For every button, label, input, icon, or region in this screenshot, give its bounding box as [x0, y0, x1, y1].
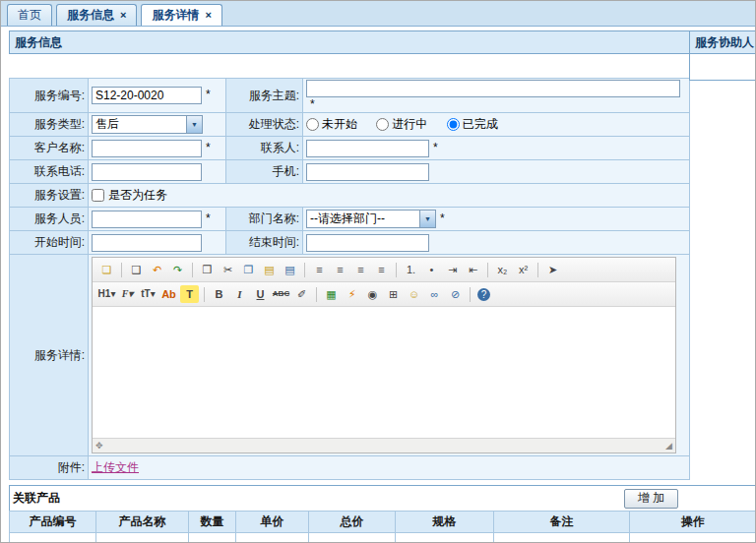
product-cell: [396, 533, 494, 543]
attachment-label: 附件:: [10, 456, 89, 480]
table-button[interactable]: ⊞: [384, 285, 403, 303]
is-task-checkbox-input[interactable]: [92, 189, 104, 202]
status-radio-completed[interactable]: [447, 118, 460, 131]
indent-icon[interactable]: ⇥: [443, 261, 462, 278]
italic-button[interactable]: I: [230, 285, 249, 303]
toolbar-separator: [537, 263, 538, 277]
products-title: 关联产品: [13, 490, 60, 507]
spacer: [9, 54, 690, 78]
fontsize-dropdown[interactable]: tT▾: [139, 285, 158, 303]
bullet-list-icon[interactable]: •: [422, 261, 441, 278]
customer-input[interactable]: [92, 140, 202, 157]
status-radio-not-started[interactable]: [306, 118, 319, 131]
mobile-input[interactable]: [306, 163, 429, 181]
text-color-button[interactable]: Ab: [159, 285, 178, 303]
service-type-label: 服务类型:: [10, 113, 89, 137]
flash-button[interactable]: ⚡: [343, 285, 361, 303]
image-button[interactable]: ▦: [322, 285, 341, 303]
subscript-icon[interactable]: x₂: [493, 261, 512, 278]
close-icon[interactable]: ×: [205, 10, 211, 21]
numbered-list-icon[interactable]: 1.: [402, 261, 420, 278]
end-time-label: 结束时间:: [226, 231, 303, 255]
subject-field: *: [303, 79, 690, 113]
products-table: 产品编号产品名称数量单价总价规格备注操作: [9, 511, 756, 543]
status-option-completed[interactable]: 已完成: [447, 117, 498, 131]
row-times: 开始时间: 结束时间:: [10, 231, 690, 255]
toolbar-separator: [470, 287, 471, 302]
media-button[interactable]: ◉: [363, 285, 382, 303]
status-option-label: 进行中: [392, 117, 427, 131]
align-center-icon[interactable]: ≡: [331, 261, 349, 278]
assistant-input[interactable]: [689, 54, 756, 81]
chevron-down-icon: ▼: [419, 211, 435, 227]
status-option-not-started[interactable]: 未开始: [306, 117, 357, 131]
department-select[interactable]: --请选择部门-- ▼: [306, 210, 436, 228]
bold-button[interactable]: B: [210, 285, 228, 303]
upload-file-link[interactable]: 上传文件: [92, 460, 139, 474]
customer-label: 客户名称:: [10, 137, 89, 160]
start-time-field: [89, 231, 226, 255]
page: 首页 服务信息 × 服务详情 × 服务信息 服务协助人 服务编号:: [0, 0, 756, 543]
contact-input[interactable]: [306, 140, 429, 157]
remove-format-button[interactable]: ✐: [292, 285, 311, 303]
editor-resize-handle[interactable]: ◢: [665, 442, 672, 451]
align-justify-icon[interactable]: ≡: [372, 261, 391, 278]
tab-service-info[interactable]: 服务信息 ×: [56, 4, 137, 26]
is-task-checkbox[interactable]: 是否为任务: [92, 188, 167, 202]
paste-word-icon[interactable]: ▤: [281, 261, 299, 278]
undo-icon[interactable]: ↶: [148, 261, 166, 278]
editor-content[interactable]: [93, 307, 675, 438]
paste-icon[interactable]: ▤: [260, 261, 279, 278]
print-icon[interactable]: ❒: [198, 261, 217, 278]
required-marker: *: [206, 141, 211, 154]
details-field: ❏❑↶↷❒✂❐▤▤≡≡≡≡1.•⇥⇤x₂x²➤ H1▾F▾tT▾AbTBIUAB…: [89, 255, 690, 456]
align-left-icon[interactable]: ≡: [310, 261, 329, 278]
products-header: 关联产品 增 加: [9, 485, 756, 511]
add-product-button[interactable]: 增 加: [624, 489, 678, 509]
service-type-select[interactable]: 售后 ▼: [92, 115, 203, 134]
outdent-icon[interactable]: ⇤: [464, 261, 482, 278]
row-phone-mobile: 联系电话: 手机:: [10, 160, 690, 184]
superscript-icon[interactable]: x²: [514, 261, 533, 278]
product-column-header: 数量: [189, 512, 236, 533]
required-marker: *: [310, 97, 315, 111]
end-time-input[interactable]: [306, 234, 429, 252]
product-cell: [96, 533, 189, 543]
status-radio-in-progress[interactable]: [376, 118, 389, 131]
select-all-icon[interactable]: ➤: [543, 261, 562, 278]
redo-icon[interactable]: ↷: [168, 261, 187, 278]
source-icon[interactable]: ❏: [97, 261, 116, 278]
copy-icon[interactable]: ❐: [239, 261, 258, 278]
highlight-color-button[interactable]: T: [180, 285, 199, 303]
subject-input[interactable]: [306, 80, 680, 97]
unlink-button[interactable]: ⊘: [446, 285, 465, 303]
tab-home[interactable]: 首页: [7, 4, 52, 26]
status-option-in-progress[interactable]: 进行中: [376, 117, 427, 131]
tab-service-info-label: 服务信息: [67, 7, 114, 24]
assistant-label: 服务协助人: [689, 30, 756, 54]
heading-dropdown[interactable]: H1▾: [97, 285, 116, 303]
underline-button[interactable]: U: [251, 285, 270, 303]
help-button[interactable]: ?: [477, 288, 490, 301]
table-row: [10, 533, 756, 543]
products-table-header: 产品编号产品名称数量单价总价规格备注操作: [10, 512, 756, 533]
start-time-input[interactable]: [92, 234, 202, 252]
preview-icon[interactable]: ❑: [127, 261, 146, 278]
personnel-input[interactable]: [92, 211, 202, 228]
strikethrough-button[interactable]: ABC: [272, 285, 290, 303]
close-icon[interactable]: ×: [120, 10, 126, 21]
top-row: 服务编号: * 服务主题: * 服务类型: 售后: [9, 54, 756, 480]
tab-service-detail[interactable]: 服务详情 ×: [141, 4, 221, 26]
product-cell: [309, 533, 396, 543]
align-right-icon[interactable]: ≡: [351, 261, 370, 278]
service-no-input[interactable]: [92, 87, 202, 104]
font-dropdown[interactable]: F▾: [118, 285, 137, 303]
phone-input[interactable]: [92, 163, 202, 181]
cut-icon[interactable]: ✂: [219, 261, 237, 278]
emoticon-button[interactable]: ☺: [405, 285, 423, 303]
product-column-header: 产品编号: [10, 512, 96, 533]
settings-label: 服务设置:: [10, 184, 89, 208]
link-button[interactable]: ∞: [425, 285, 444, 303]
product-cell: [630, 533, 756, 543]
subject-label: 服务主题:: [226, 79, 303, 113]
